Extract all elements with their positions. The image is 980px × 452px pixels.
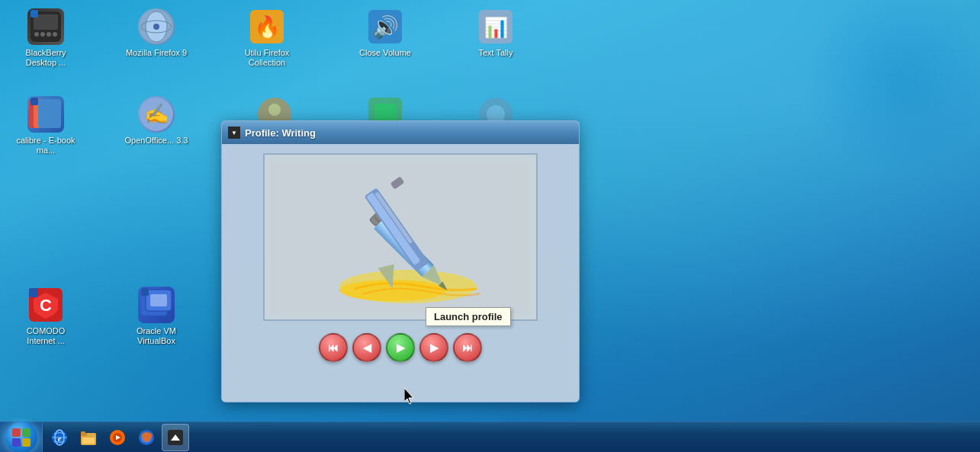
play-launch-button[interactable]: ▶ Launch profile	[386, 333, 415, 362]
mozilla-icon	[138, 8, 175, 45]
desktop-icon-mozilla[interactable]: Mozilla Firefox 9	[118, 4, 194, 63]
svg-rect-19	[38, 99, 61, 128]
profile-popup-window: Profile: Writing	[221, 120, 580, 402]
svg-rect-51	[22, 428, 31, 437]
virtualbox-icon	[138, 287, 175, 323]
rewind-button[interactable]: ⏮	[319, 333, 348, 362]
svg-text:✍: ✍	[144, 101, 169, 126]
taskbar-media[interactable]	[104, 424, 131, 451]
blackberry-label: BlackBerry Desktop ...	[12, 48, 79, 68]
svg-rect-36	[150, 294, 167, 306]
close-vol-icon: 🔊	[367, 8, 403, 45]
popup-content: ⏮ ◀ ▶ Launch profile ▶ ⏭	[222, 144, 579, 402]
calibre-icon	[27, 96, 64, 133]
svg-point-3	[40, 32, 45, 37]
calibre-label: calibre - E-book ma...	[12, 136, 79, 155]
desktop-icon-openoffice[interactable]: ✍ OpenOffice... 3.3	[118, 91, 194, 150]
openoffice-label: OpenOffice... 3.3	[125, 136, 188, 146]
profile-image-area	[263, 153, 538, 321]
windows-orb	[5, 422, 37, 453]
openoffice-icon: ✍	[138, 96, 175, 133]
svg-rect-35	[141, 288, 149, 296]
taskbar-icons-area: e	[43, 424, 192, 451]
desktop-icon-text-tally[interactable]: 📊 Text Tally	[458, 4, 534, 63]
svg-rect-60	[82, 438, 95, 444]
taskbar-firefox[interactable]	[133, 424, 160, 451]
popup-title-icon	[228, 127, 240, 139]
svg-point-24	[268, 104, 281, 116]
controls-row: ⏮ ◀ ▶ Launch profile ▶ ⏭	[319, 333, 482, 362]
svg-point-10	[153, 24, 159, 30]
svg-text:🔊: 🔊	[372, 14, 399, 40]
desktop-icon-blackberry[interactable]: BlackBerry Desktop ...	[8, 4, 84, 72]
svg-rect-50	[12, 428, 21, 437]
taskbar-explorer[interactable]	[75, 424, 102, 451]
launch-profile-tooltip: Launch profile	[426, 307, 511, 326]
svg-rect-32	[29, 288, 38, 297]
start-button[interactable]	[0, 422, 43, 453]
svg-rect-6	[31, 10, 38, 18]
desktop-icon-comodo[interactable]: C COMODO Internet ...	[8, 282, 84, 351]
firefox-coll-label: Utilu Firefox Collection	[233, 48, 300, 68]
prev-button[interactable]: ◀	[352, 333, 381, 362]
desktop-icon-calibre[interactable]: calibre - E-book ma...	[8, 91, 84, 160]
svg-text:e: e	[58, 434, 62, 443]
svg-text:🔥: 🔥	[254, 14, 281, 40]
svg-point-5	[53, 32, 57, 37]
desktop-icon-firefox-coll[interactable]: 🔥 Utilu Firefox Collection	[229, 4, 305, 72]
virtualbox-label: Oracle VM VirtualBox	[123, 326, 190, 346]
taskbar: e	[0, 422, 980, 452]
text-tally-icon: 📊	[477, 8, 514, 45]
svg-rect-20	[31, 98, 38, 105]
taskbar-utilu[interactable]	[162, 424, 189, 451]
blackberry-icon	[27, 8, 64, 45]
pen-illustration	[265, 155, 536, 319]
svg-rect-61	[81, 431, 85, 434]
svg-point-4	[47, 32, 51, 37]
svg-rect-53	[22, 438, 31, 447]
mozilla-label: Mozilla Firefox 9	[126, 48, 187, 58]
close-vol-label: Close Volume	[359, 48, 411, 58]
svg-rect-52	[12, 438, 21, 447]
popup-titlebar: Profile: Writing	[222, 121, 579, 144]
comodo-label: COMODO Internet ...	[12, 326, 79, 346]
next-button[interactable]: ▶	[419, 333, 448, 362]
taskbar-ie[interactable]: e	[46, 424, 73, 451]
svg-text:C: C	[40, 296, 52, 315]
text-tally-label: Text Tally	[478, 48, 512, 58]
firefox-coll-icon: 🔥	[249, 8, 285, 45]
desktop-icon-close-vol[interactable]: 🔊 Close Volume	[347, 4, 423, 63]
desktop-icon-virtualbox[interactable]: Oracle VM VirtualBox	[118, 282, 194, 351]
svg-text:📊: 📊	[484, 15, 509, 40]
popup-title-text: Profile: Writing	[245, 127, 316, 139]
comodo-icon: C	[27, 287, 64, 323]
svg-point-2	[34, 32, 39, 37]
fast-forward-button[interactable]: ⏭	[453, 333, 482, 362]
